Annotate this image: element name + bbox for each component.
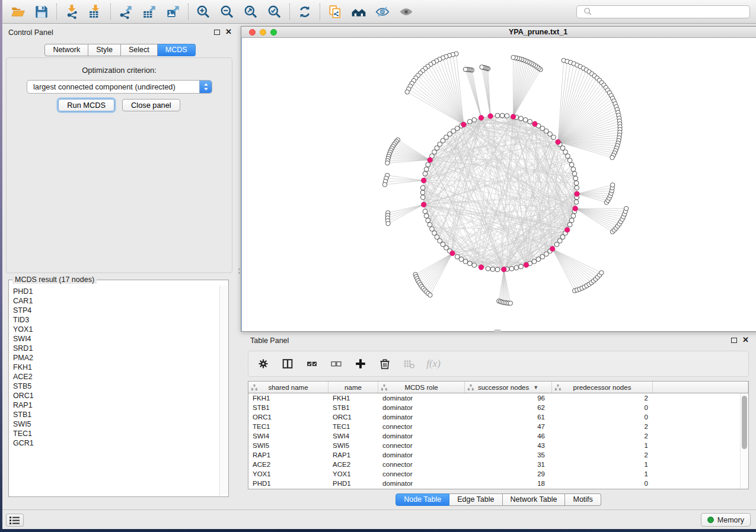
zoom-in-button[interactable] xyxy=(192,2,215,22)
column-header-predecessor-nodes[interactable]: predecessor nodes xyxy=(552,382,653,393)
zoom-out-button[interactable] xyxy=(215,2,239,22)
column-header-MCDS-role[interactable]: MCDS role xyxy=(378,382,465,393)
mcds-result-item[interactable]: CAR1 xyxy=(13,296,219,306)
table-row[interactable]: SWI5SWI5connector431 xyxy=(248,441,748,450)
add-column-button[interactable] xyxy=(353,356,368,371)
table-row[interactable]: ORC1ORC1dominator610 xyxy=(248,412,748,422)
refresh-button[interactable] xyxy=(293,2,317,22)
function-builder-icon: f(x) xyxy=(426,358,441,370)
show-all-button[interactable] xyxy=(394,2,418,22)
tab-network-table[interactable]: Network Table xyxy=(503,493,566,506)
tab-style[interactable]: Style xyxy=(88,44,121,56)
mcds-result-item[interactable]: PHD1 xyxy=(13,287,219,296)
column-header-successor-nodes[interactable]: successor nodes▼ xyxy=(465,382,552,393)
zoom-fit-button[interactable] xyxy=(239,2,263,22)
close-panel-button[interactable]: Close panel xyxy=(122,99,180,111)
cell xyxy=(653,403,748,412)
search-box[interactable] xyxy=(576,5,750,18)
table-row[interactable]: FKH1FKH1dominator962 xyxy=(248,393,748,403)
mcds-result-scrollbar[interactable] xyxy=(219,286,228,496)
maximize-window-icon[interactable] xyxy=(270,29,277,36)
close-window-icon[interactable] xyxy=(249,29,256,36)
export-image-button[interactable] xyxy=(161,2,185,22)
network-window-titlebar[interactable]: YPA_prune.txt_1 xyxy=(241,27,756,38)
run-mcds-button[interactable]: Run MCDS xyxy=(58,99,114,111)
mcds-result-item[interactable]: TEC1 xyxy=(13,429,219,438)
network-graph[interactable] xyxy=(242,38,756,331)
mcds-result-item[interactable]: YOX1 xyxy=(13,325,219,334)
select-all-button[interactable] xyxy=(304,356,320,371)
criterion-dropdown[interactable]: largest connected component (undirected) xyxy=(27,80,212,94)
deselect-all-button[interactable] xyxy=(328,356,344,371)
save-button[interactable] xyxy=(30,2,53,22)
clone-network-button[interactable] xyxy=(323,2,347,22)
tab-node-table[interactable]: Node Table xyxy=(395,493,449,506)
close-panel-icon[interactable]: ✕ xyxy=(225,29,232,35)
memory-button[interactable]: Memory xyxy=(701,513,751,527)
toolbar-separator xyxy=(289,4,290,20)
import-network-button[interactable] xyxy=(60,2,84,22)
zoom-out-icon xyxy=(219,4,235,20)
network-canvas[interactable] xyxy=(241,38,756,331)
hide-selected-button[interactable] xyxy=(371,2,394,22)
first-neighbors-button[interactable] xyxy=(347,2,371,22)
cell: STB1 xyxy=(328,403,378,412)
first-neighbors-icon xyxy=(351,4,366,20)
mcds-result-item[interactable]: ORC1 xyxy=(13,391,219,400)
open-button[interactable] xyxy=(6,2,30,22)
table-row[interactable]: YOX1YOX1connector291 xyxy=(248,469,748,479)
table-scrollbar[interactable] xyxy=(740,393,748,489)
float-panel-icon[interactable] xyxy=(214,30,220,35)
mcds-result-item[interactable]: SRD1 xyxy=(13,344,219,353)
add-column-icon xyxy=(354,357,367,370)
tab-select[interactable]: Select xyxy=(121,44,158,56)
export-network-button[interactable] xyxy=(114,2,138,22)
minimize-window-icon[interactable] xyxy=(260,29,266,36)
column-header-shared-name[interactable]: shared name xyxy=(248,382,328,393)
mcds-result-item[interactable]: FKH1 xyxy=(13,363,219,372)
mcds-result-item[interactable]: SWI5 xyxy=(13,419,219,429)
mcds-result-item[interactable]: PMA2 xyxy=(13,353,219,363)
cell: SWI5 xyxy=(248,441,328,450)
tab-motifs[interactable]: Motifs xyxy=(565,493,601,506)
cell: 96 xyxy=(465,393,552,403)
mcds-result-item[interactable]: RAP1 xyxy=(13,400,219,410)
tab-mcds[interactable]: MCDS xyxy=(158,44,196,56)
table-row[interactable]: TEC1TEC1connector472 xyxy=(248,422,748,431)
mcds-result-list[interactable]: PHD1CAR1STP4TID3YOX1SWI4SRD1PMA2FKH1ACE2… xyxy=(9,287,219,496)
column-header-name[interactable]: name xyxy=(328,382,378,393)
cell: ORC1 xyxy=(328,412,378,422)
search-input[interactable] xyxy=(596,7,749,17)
table-row[interactable]: ACE2ACE2connector311 xyxy=(248,460,748,469)
mcds-result-item[interactable]: STP4 xyxy=(13,306,219,315)
table-row[interactable]: STB1STB1dominator620 xyxy=(248,403,748,412)
mcds-result-item[interactable]: SWI4 xyxy=(13,334,219,344)
hide-selected-icon xyxy=(375,4,390,20)
desktop-edge-bottom xyxy=(0,529,756,532)
table-row[interactable]: RAP1RAP1dominator352 xyxy=(248,450,748,460)
table-row[interactable]: PHD1PHD1dominator180 xyxy=(248,479,748,488)
task-history-button[interactable] xyxy=(6,514,24,527)
status-bar: Memory xyxy=(2,509,756,529)
mcds-result-item[interactable]: STB1 xyxy=(13,410,219,419)
settings-gear-button[interactable] xyxy=(256,356,271,371)
float-table-panel-icon[interactable] xyxy=(731,338,737,343)
mcds-result-item[interactable]: GCR1 xyxy=(13,438,219,448)
zoom-selected-button[interactable] xyxy=(263,2,286,22)
show-columns-button[interactable] xyxy=(280,356,295,371)
table-panel-title: Table Panel xyxy=(250,336,289,345)
close-table-panel-icon[interactable]: ✕ xyxy=(742,337,749,343)
mcds-result-item[interactable]: STB5 xyxy=(13,382,219,391)
cell: dominator xyxy=(378,479,465,488)
tab-edge-table[interactable]: Edge Table xyxy=(449,493,502,506)
delete-columns-button[interactable] xyxy=(377,356,393,371)
mcds-result-item[interactable]: ACE2 xyxy=(13,372,219,382)
table-scrollbar-thumb[interactable] xyxy=(742,396,747,449)
import-table-button[interactable] xyxy=(84,2,107,22)
tab-network[interactable]: Network xyxy=(44,44,88,56)
table-toolbar: f(x) xyxy=(248,351,749,377)
table-row[interactable]: SWI4SWI4dominator462 xyxy=(248,431,748,441)
export-table-button[interactable] xyxy=(138,2,161,22)
mcds-result-item[interactable]: TID3 xyxy=(13,315,219,325)
export-network-icon xyxy=(118,4,133,20)
